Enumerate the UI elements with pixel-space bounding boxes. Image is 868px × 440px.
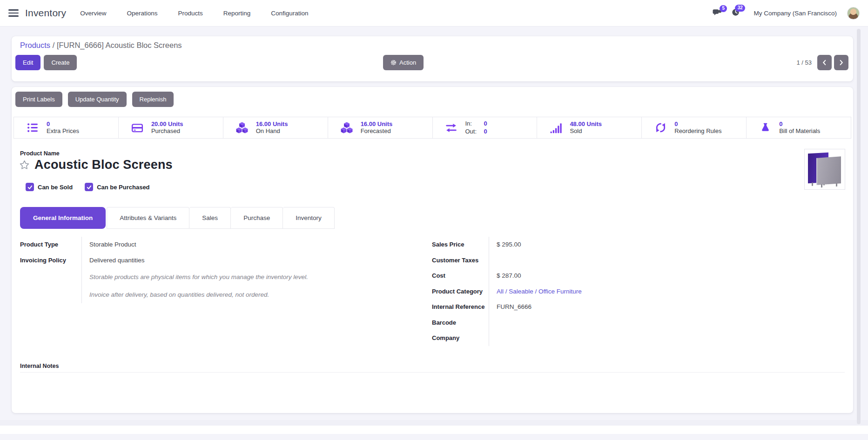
stat-label: Extra Prices [47,128,79,135]
stat-label: On Hand [256,128,288,135]
edit-button[interactable]: Edit [15,55,40,70]
stat-value: 0 [47,121,79,128]
nav-item-overview[interactable]: Overview [80,10,106,17]
create-button[interactable]: Create [44,55,77,70]
stat-sold[interactable]: 48.00 Units Sold [537,117,642,138]
chevron-left-icon [822,60,827,66]
pager-next-button[interactable] [834,55,848,70]
product-form-sheet: Print Labels Update Quantity Replenish 0… [12,87,853,413]
out-value: 0 [484,128,487,135]
internal-notes-divider [20,372,845,373]
help-note-row: Storable products are physical items for… [20,268,360,286]
stat-reordering-rules[interactable]: 0 Reordering Rules [642,117,747,138]
stat-extra-prices[interactable]: 0 Extra Prices [14,117,119,138]
customer-taxes-value [489,253,730,268]
bar-chart-icon [549,122,562,133]
can-be-sold-label: Can be Sold [38,184,73,191]
messages-button[interactable]: 5 [713,9,721,18]
invoicing-policy-row: Invoicing Policy Delivered quantities [20,253,360,268]
nav-item-reporting[interactable]: Reporting [223,10,251,17]
stat-in-out[interactable]: In: 0 Out: 0 [433,117,538,138]
stat-on-hand[interactable]: 16.00 Units On Hand [223,117,328,138]
can-be-purchased-checkbox[interactable]: Can be Purchased [85,183,149,191]
user-avatar[interactable] [847,7,860,20]
checkbox-checked-icon [26,183,34,191]
nav-item-configuration[interactable]: Configuration [271,10,308,17]
pager-count: 1 / 53 [796,59,812,66]
breadcrumb-current: [FURN_6666] Acoustic Bloc Screens [57,41,182,49]
hamburger-menu-icon[interactable] [8,9,19,17]
cost-row: Cost $ 287.00 [432,268,730,284]
chevron-right-icon [839,60,844,66]
in-value: 0 [484,120,487,127]
nav-item-products[interactable]: Products [178,10,203,17]
cubes-icon [340,122,353,134]
control-panel: Products / [FURN_6666] Acoustic Bloc Scr… [12,36,853,81]
breadcrumb-products-link[interactable]: Products [20,41,50,49]
tab-inventory[interactable]: Inventory [283,207,335,229]
product-image [804,149,845,190]
stat-forecasted[interactable]: 16.00 Units Forecasted [328,117,433,138]
internal-notes-section: Internal Notes [20,363,845,373]
stat-value: 0 [779,121,820,128]
cost-label: Cost [432,272,489,279]
company-label: Company [432,334,489,341]
sales-price-label: Sales Price [432,241,489,248]
top-navbar: Inventory Overview Operations Products R… [0,0,868,27]
stat-value: 16.00 Units [256,121,288,128]
gear-icon [390,60,397,66]
nav-item-operations[interactable]: Operations [127,10,157,17]
favorite-star-icon[interactable] [19,160,30,170]
stat-bill-of-materials[interactable]: 0 Bill of Materials [747,117,851,138]
stat-value: 16.00 Units [361,121,393,128]
barcode-value [489,315,730,331]
stat-label: Purchased [151,128,183,135]
print-labels-button[interactable]: Print Labels [15,92,62,107]
stat-label: Forecasted [361,128,393,135]
credit-card-icon [131,122,144,134]
chatter-band [0,420,868,426]
activities-button[interactable]: 32 [732,8,740,18]
company-row: Company [432,330,730,346]
product-type-row: Product Type Storable Product [20,237,360,253]
product-category-label: Product Category [432,288,489,295]
tab-purchase[interactable]: Purchase [231,207,283,229]
app-name[interactable]: Inventory [25,7,66,19]
help-note-row: Invoice after delivery, based on quantit… [20,286,360,303]
stat-label: Bill of Materials [779,128,820,135]
sales-price-value: $ 295.00 [489,237,730,253]
barcode-row: Barcode [432,315,730,331]
action-button-label: Action [399,59,416,66]
out-label: Out: [465,128,481,135]
pager-previous-button[interactable] [817,55,832,70]
invoicing-policy-label: Invoicing Policy [20,257,81,264]
breadcrumb: Products / [FURN_6666] Acoustic Bloc Scr… [16,40,848,50]
stat-label: Sold [570,128,602,135]
invoicing-help-note: Invoice after delivery, based on quantit… [81,286,360,303]
checkbox-checked-icon [85,183,93,191]
chatter-strip [0,426,868,434]
can-be-purchased-label: Can be Purchased [97,184,149,191]
general-info-left-group: Product Type Storable Product Invoicing … [20,237,360,303]
general-info-right-group: Sales Price $ 295.00 Customer Taxes Cost… [432,237,730,346]
stat-value: 48.00 Units [570,121,602,128]
product-category-value-link[interactable]: All / Saleable / Office Furniture [489,284,730,300]
sales-price-row: Sales Price $ 295.00 [432,237,730,253]
company-switcher[interactable]: My Company (San Francisco) [754,10,837,17]
stat-purchased[interactable]: 20.00 Units Purchased [119,117,223,138]
replenish-button[interactable]: Replenish [132,92,174,107]
tab-sales[interactable]: Sales [189,207,231,229]
tab-general-information[interactable]: General Information [20,207,106,229]
page-title: Acoustic Bloc Screens [34,158,173,172]
invoicing-policy-value: Delivered quantities [81,253,360,268]
in-label: In: [465,120,481,127]
company-value [489,330,730,346]
notebook-tabs: General Information Attributes & Variant… [20,207,335,229]
vertical-scrollbar[interactable] [857,29,861,424]
stat-value: 20.00 Units [151,121,183,128]
update-quantity-button[interactable]: Update Quantity [68,92,127,107]
can-be-sold-checkbox[interactable]: Can be Sold [26,183,73,191]
tab-attributes-variants[interactable]: Attributes & Variants [107,207,189,229]
action-button[interactable]: Action [383,55,424,70]
refresh-icon [654,122,667,133]
